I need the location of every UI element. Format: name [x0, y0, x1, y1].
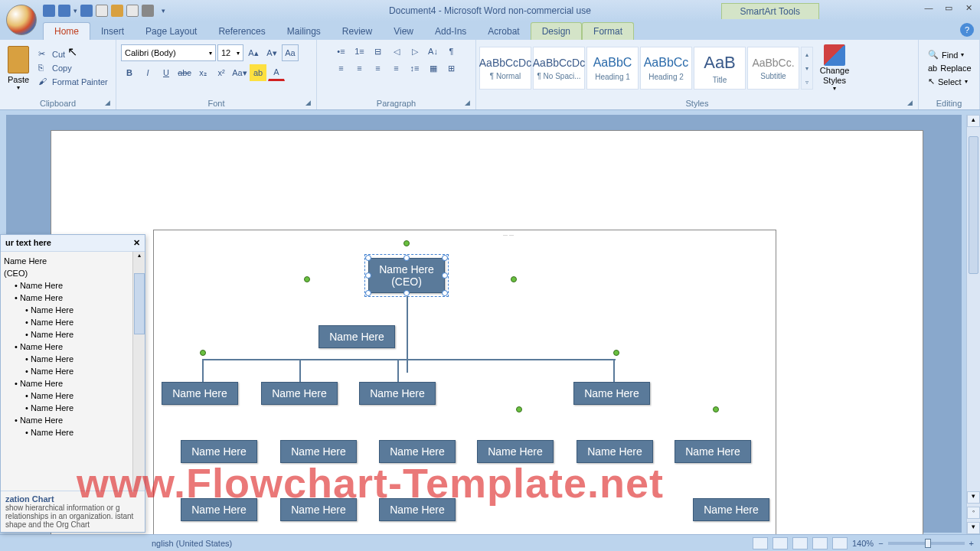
text-pane-item[interactable]: Name Here [4, 255, 142, 267]
vertical-scrollbar[interactable]: ▴ ▾ ◦ ▾ [966, 115, 980, 534]
superscript-button[interactable]: x² [213, 64, 230, 81]
org-node[interactable]: Name Here [573, 382, 650, 405]
clipboard-launcher[interactable]: ◢ [105, 99, 114, 108]
text-pane-item[interactable]: • Name Here [4, 341, 142, 353]
text-pane-item[interactable]: • Name Here [4, 279, 142, 292]
org-node[interactable]: Name Here [379, 440, 456, 463]
scroll-down-icon[interactable]: ▾ [967, 491, 980, 504]
increase-indent-button[interactable]: ▷ [407, 43, 423, 60]
paste-button[interactable]: Paste ▾ [3, 46, 34, 91]
tab-view[interactable]: View [383, 23, 424, 40]
decrease-indent-button[interactable]: ◁ [388, 43, 405, 60]
org-node[interactable]: Name Here [577, 440, 653, 463]
tab-insert[interactable]: Insert [90, 23, 135, 40]
tab-home[interactable]: Home [43, 22, 90, 40]
styles-launcher[interactable]: ◢ [907, 99, 916, 108]
italic-button[interactable]: I [139, 64, 156, 81]
close-icon[interactable]: ✕ [133, 238, 140, 248]
new-icon[interactable] [96, 5, 108, 17]
scrollbar-thumb[interactable] [969, 136, 978, 274]
org-node[interactable]: Name Here [675, 440, 751, 463]
undo-dropdown-icon[interactable]: ▾ [74, 7, 77, 15]
strikethrough-button[interactable]: abc [176, 64, 193, 81]
show-marks-button[interactable]: ¶ [443, 43, 460, 60]
tab-mailings[interactable]: Mailings [276, 23, 332, 40]
font-color-button[interactable]: A [268, 64, 285, 81]
redo-icon[interactable] [80, 5, 93, 17]
print-layout-view-button[interactable] [753, 537, 768, 549]
text-pane-item[interactable]: • Name Here [4, 402, 142, 414]
next-page-icon[interactable]: ▾ [967, 522, 980, 534]
underline-button[interactable]: U [158, 64, 175, 81]
text-pane-item[interactable]: • Name Here [4, 377, 142, 390]
change-case-button[interactable]: Aa▾ [231, 64, 248, 81]
scrollbar-thumb[interactable] [134, 273, 145, 334]
cut-button[interactable]: ✂Cut [37, 48, 109, 60]
org-node[interactable]: Name Here [181, 498, 257, 521]
font-name-combo[interactable]: Calibri (Body)▾ [121, 44, 216, 61]
text-pane-body[interactable]: Name Here(CEO)• Name Here• Name Here• Na… [1, 252, 145, 495]
org-node[interactable]: Name Here [693, 498, 769, 521]
multilevel-list-button[interactable]: ⊟ [370, 43, 387, 60]
org-node[interactable]: Name Here [379, 498, 456, 521]
undo-icon[interactable] [58, 5, 70, 17]
frame-grip[interactable]: ⋯⋯ [503, 232, 515, 237]
maximize-button[interactable]: ▭ [942, 3, 956, 15]
language-status[interactable]: nglish (United States) [152, 539, 232, 548]
tab-references[interactable]: References [207, 23, 276, 40]
style-gallery-nav[interactable]: ▴▾▿ [801, 47, 813, 90]
line-spacing-button[interactable]: ↕≡ [407, 60, 423, 77]
tab-add-ins[interactable]: Add-Ins [424, 23, 477, 40]
text-pane-item[interactable]: • Name Here [4, 328, 142, 341]
org-node[interactable]: Name Here [162, 382, 238, 405]
find-button[interactable]: 🔍Find▾ [926, 48, 973, 61]
text-pane-item[interactable]: • Name Here [4, 426, 142, 439]
style-normal[interactable]: AaBbCcDc¶ Normal [479, 47, 531, 90]
text-pane-item[interactable]: • Name Here [4, 390, 142, 402]
tab-review[interactable]: Review [332, 23, 383, 40]
zoom-out-button[interactable]: − [878, 539, 883, 548]
web-layout-view-button[interactable] [792, 537, 808, 549]
org-node-assistant[interactable]: Name Here [318, 325, 395, 348]
outline-view-button[interactable] [812, 537, 828, 549]
align-right-button[interactable]: ≡ [370, 60, 387, 77]
paragraph-launcher[interactable]: ◢ [465, 99, 474, 108]
prev-page-icon[interactable]: ◦ [967, 507, 980, 519]
org-node[interactable]: Name Here [477, 440, 554, 463]
save-icon[interactable] [43, 5, 55, 17]
bullets-button[interactable]: •≡ [333, 43, 350, 60]
highlight-button[interactable]: ab [250, 64, 266, 81]
borders-button[interactable]: ⊞ [443, 60, 460, 77]
grow-font-button[interactable]: A▴ [245, 44, 262, 61]
org-node[interactable]: Name Here [280, 440, 357, 463]
scroll-up-icon[interactable]: ▴ [967, 115, 980, 127]
close-button[interactable]: ✕ [962, 3, 975, 15]
expand-icon[interactable]: ▿ [802, 75, 812, 89]
open-icon[interactable] [111, 5, 123, 17]
justify-button[interactable]: ≡ [388, 60, 405, 77]
shading-button[interactable]: ▦ [425, 60, 442, 77]
font-size-combo[interactable]: 12▾ [217, 44, 243, 61]
clear-formatting-button[interactable]: Aa [282, 44, 299, 61]
style-heading-1[interactable]: AaBbCHeading 1 [586, 47, 639, 90]
chevron-up-icon[interactable]: ▴ [802, 47, 812, 61]
change-styles-button[interactable]: Change Styles ▾ [816, 44, 853, 91]
draft-view-button[interactable] [832, 537, 848, 549]
tab-format[interactable]: Format [582, 22, 634, 40]
text-pane-item[interactable]: • Name Here [4, 316, 142, 328]
zoom-slider-thumb[interactable] [925, 539, 931, 548]
text-pane-scrollbar[interactable]: ▴ [132, 252, 145, 495]
minimize-button[interactable]: — [922, 3, 936, 15]
org-node[interactable]: Name Here [359, 382, 436, 405]
zoom-level[interactable]: 140% [852, 539, 874, 548]
print-preview-icon[interactable] [126, 5, 139, 17]
quick-print-icon[interactable] [142, 5, 154, 17]
sort-button[interactable]: A↓ [425, 43, 442, 60]
align-left-button[interactable]: ≡ [333, 60, 350, 77]
replace-button[interactable]: abReplace [926, 62, 973, 74]
org-node[interactable]: Name Here [261, 382, 338, 405]
text-pane-item[interactable]: (CEO) [4, 267, 142, 279]
zoom-slider[interactable] [888, 542, 965, 545]
qat-customize-icon[interactable]: ▾ [162, 7, 165, 15]
format-painter-button[interactable]: 🖌Format Painter [37, 76, 109, 88]
